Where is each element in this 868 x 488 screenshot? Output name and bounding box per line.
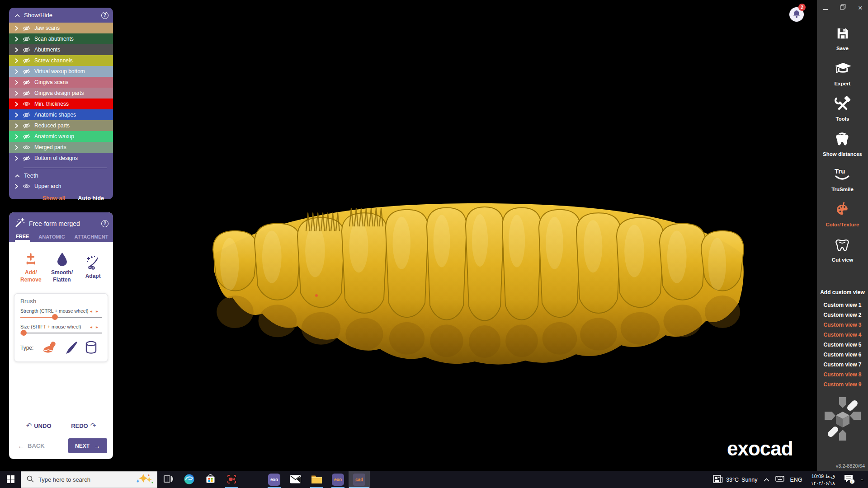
minimize-button[interactable] (823, 4, 828, 11)
taskbar-app-mail[interactable] (285, 471, 306, 488)
layer-row-merged-parts[interactable]: Merged parts (9, 142, 113, 153)
taskbar-app-edge[interactable] (179, 471, 200, 488)
custom-view-8-button[interactable]: Custom view 8 (817, 371, 868, 378)
expand-chevron-icon[interactable] (15, 69, 23, 74)
expand-chevron-icon[interactable] (15, 58, 23, 63)
next-button[interactable]: NEXT→ (68, 438, 107, 453)
visibility-off-icon[interactable] (23, 58, 34, 64)
layer-row-reduced-parts[interactable]: Reduced parts (9, 120, 113, 131)
layer-row-min-thickness[interactable]: Min. thickness (9, 99, 113, 109)
custom-view-1-button[interactable]: Custom view 1 (817, 301, 868, 309)
viewport-3d[interactable]: exocad 2 (0, 0, 817, 471)
redo-button[interactable]: REDO↷ (68, 421, 99, 430)
expand-chevron-icon[interactable] (15, 47, 23, 52)
restore-button[interactable] (840, 4, 846, 11)
taskbar-app-exocad-cad[interactable]: cad (349, 471, 370, 488)
custom-view-5-button[interactable]: Custom view 5 (817, 341, 868, 348)
expand-chevron-icon[interactable] (15, 37, 23, 42)
show-all-button[interactable]: Show all (42, 195, 66, 202)
visibility-off-icon[interactable] (23, 80, 34, 85)
layer-row-screw-channels[interactable]: Screw channels (9, 55, 113, 66)
tool-add-remove[interactable]: Add/Remove (15, 250, 47, 283)
sidebar-item-tools[interactable]: Tools (832, 94, 854, 122)
auto-hide-button[interactable]: Auto hide (78, 195, 104, 202)
brush-type-paintbrush-wide[interactable] (42, 341, 57, 355)
layer-row-scan-abutments[interactable]: Scan abutments (9, 33, 113, 44)
expand-chevron-icon[interactable] (15, 145, 23, 150)
help-icon[interactable]: ? (101, 12, 108, 19)
layer-row-abutments[interactable]: Abutments (9, 44, 113, 55)
taskbar-app-store[interactable] (200, 471, 221, 488)
sidebar-item-show-distances[interactable]: Show distances (820, 130, 865, 157)
layer-row-bottom-of-designs[interactable]: Bottom of designs (9, 153, 113, 164)
expand-chevron-icon[interactable] (15, 134, 23, 139)
visibility-on-icon[interactable] (23, 183, 34, 189)
taskbar-app-file-explorer[interactable] (306, 471, 327, 488)
teeth-section-header[interactable]: Teeth (9, 170, 113, 181)
feedback-hub-button[interactable]: F (844, 474, 855, 486)
taskbar-app-copilot[interactable] (242, 471, 264, 488)
expand-chevron-icon[interactable] (15, 102, 23, 107)
layer-row-jaw-scans[interactable]: Jaw scans (9, 23, 113, 33)
help-icon[interactable]: ? (101, 220, 108, 227)
strength-stepper-arrows[interactable]: ◂▸ (90, 309, 102, 314)
visibility-off-icon[interactable] (23, 112, 34, 118)
sidebar-item-expert[interactable]: Expert (831, 59, 854, 87)
tool-adapt[interactable]: Adapt (77, 250, 108, 283)
expand-chevron-icon[interactable] (15, 26, 23, 31)
taskbar-app-exocad-app[interactable]: exo (264, 471, 285, 488)
expand-chevron-icon[interactable] (15, 184, 23, 189)
layer-row-gingiva-design-parts[interactable]: Gingiva design parts (9, 88, 113, 99)
brush-type-paintbrush-fine[interactable] (64, 341, 78, 355)
tab-attachment[interactable]: ATTACHMENT (74, 234, 109, 242)
tab-free[interactable]: FREE (15, 234, 30, 242)
taskbar-app-exocad-dental[interactable]: exo (327, 471, 349, 488)
teeth-row-upper-arch[interactable]: Upper arch (9, 181, 113, 192)
layer-row-anatomic-shapes[interactable]: Anatomic shapes (9, 109, 113, 120)
custom-view-9-button[interactable]: Custom view 9 (817, 381, 868, 388)
visibility-off-icon[interactable] (23, 134, 34, 140)
custom-view-7-button[interactable]: Custom view 7 (817, 361, 868, 368)
sidebar-item-trusmile[interactable]: TruTruSmile (829, 165, 856, 192)
sidebar-item-save[interactable]: Save (833, 24, 852, 52)
visibility-off-icon[interactable] (23, 47, 34, 53)
sidebar-item-cut-view[interactable]: Cut view (829, 235, 856, 263)
show-desktop-button[interactable] (861, 479, 863, 481)
view-navigation-cross[interactable] (824, 395, 862, 442)
brush-type-cylinder[interactable] (85, 341, 97, 355)
add-custom-view-button[interactable]: Add custom view (817, 289, 868, 296)
collapse-chevron-icon[interactable] (15, 12, 20, 19)
expand-chevron-icon[interactable] (15, 156, 23, 161)
visibility-off-icon[interactable] (23, 36, 34, 42)
layer-row-gingiva-scans[interactable]: Gingiva scans (9, 77, 113, 88)
language-indicator[interactable]: ENG (790, 477, 802, 483)
custom-view-2-button[interactable]: Custom view 2 (817, 311, 868, 319)
custom-view-4-button[interactable]: Custom view 4 (817, 331, 868, 338)
size-stepper-arrows[interactable]: ◂▸ (90, 324, 102, 329)
strength-slider[interactable] (20, 314, 102, 320)
expand-chevron-icon[interactable] (15, 123, 23, 128)
clock[interactable]: 10:09 ق.ظ ۱۴۰۴/۰۶/۱۸ (808, 473, 838, 487)
tab-anatomic[interactable]: ANATOMIC (38, 234, 66, 242)
start-button[interactable] (0, 471, 21, 488)
expand-chevron-icon[interactable] (15, 80, 23, 85)
sidebar-item-color-texture[interactable]: Color/Texture (823, 200, 862, 228)
expand-chevron-icon[interactable] (15, 113, 23, 117)
news-weather-button[interactable]: 33°C Sunny (712, 474, 757, 485)
dental-model[interactable] (209, 200, 747, 368)
visibility-off-icon[interactable] (23, 90, 34, 96)
strength-slider-knob[interactable] (52, 314, 58, 320)
undo-button[interactable]: ↶UNDO (24, 421, 54, 430)
touch-keyboard-button[interactable] (775, 475, 784, 484)
tool-smooth-flatten[interactable]: Smooth/Flatten (47, 250, 78, 283)
back-button[interactable]: ←BACK (15, 441, 47, 450)
visibility-off-icon[interactable] (23, 25, 34, 31)
visibility-on-icon[interactable] (23, 101, 34, 107)
taskbar-search[interactable]: Type here to search (21, 471, 157, 488)
collapse-chevron-icon[interactable] (15, 172, 20, 179)
visibility-on-icon[interactable] (23, 145, 34, 150)
layer-row-virtual-waxup-bottom[interactable]: Virtual waxup bottom (9, 66, 113, 77)
visibility-off-icon[interactable] (23, 123, 34, 129)
custom-view-6-button[interactable]: Custom view 6 (817, 351, 868, 358)
size-slider[interactable] (20, 330, 102, 336)
